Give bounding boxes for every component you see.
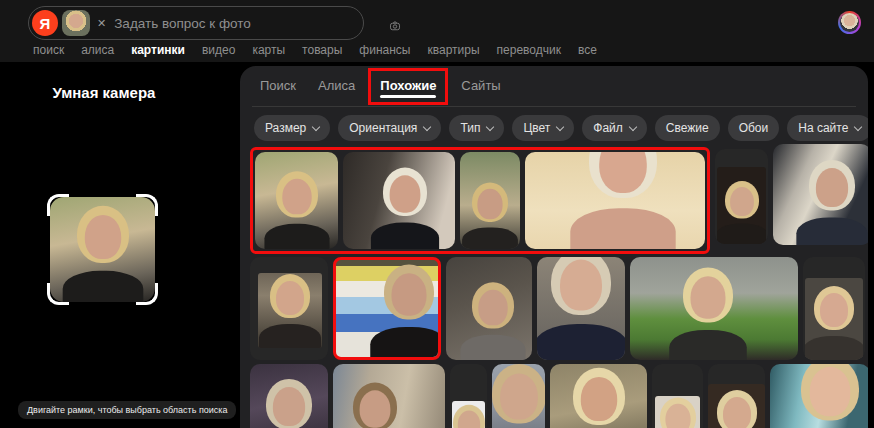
portrait-placeholder xyxy=(375,168,434,249)
filter-chip-label: Размер xyxy=(265,121,306,135)
filter-chip[interactable]: Тип xyxy=(449,115,504,141)
crop-handle-top-right[interactable] xyxy=(136,194,158,216)
tab[interactable]: Похожие xyxy=(368,68,448,105)
filter-chip[interactable]: На сайте xyxy=(787,115,868,141)
result-photo-autumn-path[interactable] xyxy=(550,364,647,428)
sidebar-title: Умная камера xyxy=(0,84,208,101)
result-photo-river-face[interactable] xyxy=(492,364,545,428)
inset-photo xyxy=(708,384,765,428)
chevron-down-icon xyxy=(486,122,494,130)
body-shape xyxy=(264,224,329,249)
nav-item[interactable]: переводчик xyxy=(497,43,561,57)
result-photo-navy-room[interactable] xyxy=(773,144,868,245)
clear-query-button[interactable]: ✕ xyxy=(97,18,106,29)
filter-chip[interactable]: Свежие xyxy=(655,115,720,141)
topbar: Я ✕ поискалисакартинкивидеокартытоварыфи… xyxy=(0,0,874,62)
portrait-placeholder xyxy=(791,364,868,428)
result-photo-cathedral[interactable] xyxy=(333,364,445,428)
nav-item[interactable]: товары xyxy=(302,43,342,57)
result-photo-closeup-hoodie[interactable] xyxy=(537,257,625,360)
result-photo-small-dark[interactable] xyxy=(715,149,768,244)
portrait-placeholder xyxy=(563,368,633,428)
result-photo-street-selfie[interactable] xyxy=(255,152,338,249)
inset-photo xyxy=(452,401,485,428)
result-photo-small-face-2[interactable] xyxy=(652,364,703,428)
crop-handle-bottom-left[interactable] xyxy=(47,283,69,305)
camera-icon[interactable] xyxy=(383,14,407,38)
portrait-placeholder xyxy=(465,282,522,360)
query-image-thumbnail[interactable] xyxy=(62,10,90,36)
tab[interactable]: Алиса xyxy=(312,68,361,105)
result-photo-small-face[interactable] xyxy=(803,257,865,360)
chevron-down-icon xyxy=(854,122,862,130)
result-photo-small-white[interactable] xyxy=(450,364,487,428)
body-shape xyxy=(717,224,767,244)
results-row xyxy=(250,257,868,360)
portrait-placeholder xyxy=(263,274,317,348)
face-shape xyxy=(500,374,538,420)
portrait-placeholder xyxy=(466,182,515,249)
nav-item[interactable]: квартиры xyxy=(427,43,479,57)
face-shape xyxy=(457,410,479,428)
filter-chip-label: Ориентация xyxy=(349,121,417,135)
user-avatar-photo xyxy=(840,13,859,32)
face-shape xyxy=(390,175,421,212)
result-photo-car-bob[interactable] xyxy=(250,257,328,360)
inset-photo xyxy=(805,278,862,360)
user-avatar[interactable] xyxy=(838,11,861,34)
nav-item[interactable]: видео xyxy=(202,43,235,57)
nav-item[interactable]: поиск xyxy=(33,43,64,57)
body-shape xyxy=(570,208,675,249)
filter-chip-label: Обои xyxy=(739,121,769,135)
face-shape xyxy=(730,187,754,216)
filter-chip[interactable]: Размер xyxy=(254,115,330,141)
yandex-logo-letter: Я xyxy=(40,15,51,32)
portrait-placeholder xyxy=(541,257,622,360)
nav-item[interactable]: алиса xyxy=(81,43,114,57)
face-shape xyxy=(392,273,427,316)
face-shape xyxy=(665,404,690,428)
results-row xyxy=(250,147,868,254)
result-photo-dark-blonde[interactable] xyxy=(708,364,765,428)
search-input[interactable] xyxy=(112,15,353,32)
result-photo-trees-selfie[interactable] xyxy=(460,152,520,249)
result-photo-striped-flag[interactable] xyxy=(333,257,441,360)
filter-chip[interactable]: Файл xyxy=(582,115,647,141)
face-shape xyxy=(478,290,507,326)
result-photo-store-selfie[interactable] xyxy=(343,152,455,249)
tab[interactable]: Сайты xyxy=(455,68,506,105)
crop-preview[interactable] xyxy=(50,197,155,302)
nav-item[interactable]: карты xyxy=(252,43,285,57)
results-tabs: ПоискАлисаПохожиеСайты xyxy=(252,66,868,106)
portrait-placeholder xyxy=(710,390,764,428)
filter-chip[interactable]: Обои xyxy=(728,115,780,141)
result-photo-car-cardigan[interactable] xyxy=(446,257,532,360)
tab[interactable]: Поиск xyxy=(254,68,302,105)
portrait-placeholder xyxy=(807,286,861,360)
body-shape xyxy=(370,327,441,360)
filter-chip[interactable]: Ориентация xyxy=(338,115,441,141)
result-photo-greenery[interactable] xyxy=(630,257,798,360)
face-shape xyxy=(282,179,311,215)
result-photo-teal-window[interactable] xyxy=(770,364,868,428)
smart-camera-sidebar: Умная камера Двигайте рамки, чтобы выбра… xyxy=(0,62,232,428)
yandex-logo[interactable]: Я xyxy=(32,10,58,36)
crop-handle-top-left[interactable] xyxy=(47,194,69,216)
body-shape xyxy=(462,227,518,249)
result-photo-beige-wall-large[interactable] xyxy=(525,152,705,249)
result-photo-night-city[interactable] xyxy=(250,364,328,428)
filter-chip[interactable]: Цвет xyxy=(512,115,574,141)
nav-item[interactable]: все xyxy=(578,43,597,57)
nav-item[interactable]: картинки xyxy=(131,43,185,57)
body-shape xyxy=(796,217,867,245)
body-shape xyxy=(537,324,625,360)
face-shape xyxy=(816,168,848,207)
face-shape xyxy=(560,260,602,311)
face-shape xyxy=(810,367,851,416)
body-shape xyxy=(669,330,747,360)
nav-item[interactable]: финансы xyxy=(359,43,410,57)
face-shape xyxy=(477,189,502,220)
crop-handle-bottom-right[interactable] xyxy=(136,283,158,305)
search-bar[interactable]: Я ✕ xyxy=(28,6,364,40)
portrait-placeholder xyxy=(345,383,404,428)
